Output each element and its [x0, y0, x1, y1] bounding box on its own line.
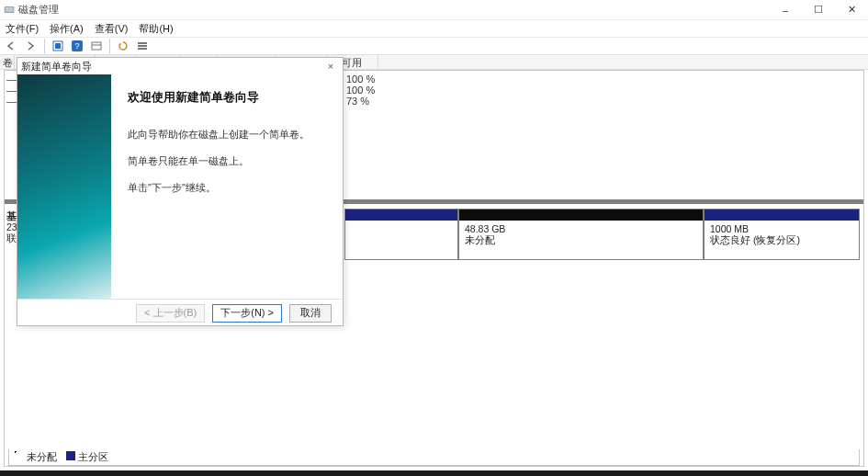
wizard-heading: 欢迎使用新建简单卷向导 [128, 89, 330, 106]
wizard-paragraph-1: 此向导帮助你在磁盘上创建一个简单卷。 [128, 128, 330, 142]
col-vol[interactable]: 卷 [0, 55, 15, 69]
partition-hidden-left[interactable] [344, 209, 458, 260]
partition-size: 1000 MB [710, 223, 853, 234]
menubar: 文件(F) 操作(A) 查看(V) 帮助(H) [0, 20, 868, 37]
menu-view[interactable]: 查看(V) [95, 22, 129, 36]
disk-label-fragment: 基 [6, 210, 17, 221]
window-title: 磁盘管理 [18, 3, 59, 17]
taskbar[interactable] [0, 470, 868, 476]
partition-status: 未分配 [465, 234, 697, 245]
svg-rect-1 [6, 7, 14, 12]
help-icon[interactable]: ? [69, 39, 85, 53]
dialog-title: 新建简单卷向导 [21, 60, 92, 74]
svg-rect-10 [138, 48, 147, 50]
wizard-paragraph-2: 简单卷只能在单一磁盘上。 [128, 154, 330, 168]
legend-unallocated-label: 未分配 [27, 451, 57, 462]
partition-status: 状态良好 (恢复分区) [710, 234, 853, 245]
wizard-banner-image [17, 74, 111, 299]
toolbar-btn-1[interactable] [50, 39, 66, 53]
volume-row-0-pctfree: 100 % [346, 74, 375, 85]
toolbar-btn-3[interactable] [88, 39, 105, 53]
minimize-button[interactable]: – [769, 0, 802, 20]
close-button[interactable]: ✕ [835, 0, 868, 20]
cancel-button[interactable]: 取消 [289, 304, 332, 323]
svg-rect-3 [55, 43, 61, 49]
titlebar: 磁盘管理 – ☐ ✕ [0, 0, 868, 20]
svg-rect-8 [138, 42, 147, 44]
partition-size: 48.83 GB [465, 223, 697, 234]
vol-icon-2: — [6, 96, 16, 107]
legend-swatch-unallocated [15, 451, 24, 460]
dialog-close-icon[interactable]: × [322, 61, 339, 72]
vol-icon-0: — [6, 74, 16, 85]
legend-primary-label: 主分区 [78, 451, 108, 462]
partition-color-bar [459, 210, 703, 221]
disk-size-fragment: 23 [6, 221, 17, 232]
partition-color-bar [345, 210, 457, 221]
menu-help[interactable]: 帮助(H) [139, 22, 173, 36]
next-button[interactable]: 下一步(N) > [212, 304, 282, 323]
toolbar-list-icon[interactable] [134, 39, 151, 53]
wizard-paragraph-3: 单击"下一步"继续。 [128, 181, 330, 195]
menu-action[interactable]: 操作(A) [50, 22, 84, 36]
new-simple-volume-wizard: 新建简单卷向导 × 欢迎使用新建简单卷向导 此向导帮助你在磁盘上创建一个简单卷。… [17, 57, 344, 326]
partition-unallocated[interactable]: 48.83 GB 未分配 [458, 209, 704, 260]
back-button: < 上一步(B) [136, 304, 205, 323]
vol-icon-1: — [6, 85, 16, 96]
back-icon[interactable] [4, 39, 20, 53]
partition-color-bar [705, 210, 859, 221]
legend-swatch-primary [66, 451, 75, 460]
svg-rect-6 [92, 42, 101, 50]
svg-text:?: ? [74, 41, 79, 51]
partition-recovery[interactable]: 1000 MB 状态良好 (恢复分区) [704, 209, 860, 260]
volume-row-1-pctfree: 100 % [346, 85, 375, 96]
volume-row-2-pctfree: 73 % [346, 96, 369, 107]
maximize-button[interactable]: ☐ [802, 0, 835, 20]
toolbar: ? [0, 37, 868, 55]
disk-status-fragment: 联 [6, 232, 17, 244]
svg-rect-9 [138, 45, 147, 47]
app-icon [4, 5, 15, 16]
menu-file[interactable]: 文件(F) [6, 22, 39, 36]
refresh-icon[interactable] [115, 39, 131, 53]
forward-icon[interactable] [23, 39, 39, 53]
